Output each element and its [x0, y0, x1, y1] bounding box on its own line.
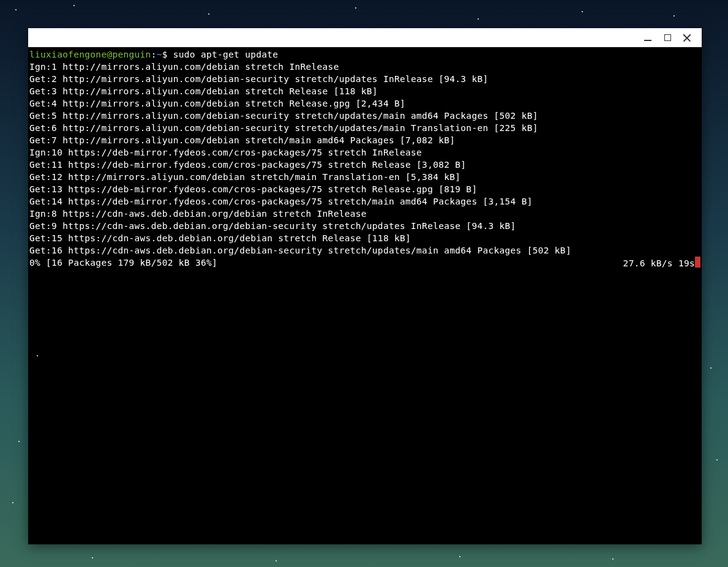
- output-line: Get:2 http://mirrors.aliyun.com/debian-s…: [28, 73, 702, 85]
- star-decoration: [612, 558, 614, 560]
- minimize-icon: [644, 34, 651, 42]
- star-decoration: [15, 9, 17, 10]
- terminal-window: liuxiaofengone@penguin:~$ sudo apt-get u…: [28, 28, 702, 544]
- close-icon: [683, 34, 691, 42]
- star-decoration: [459, 556, 460, 557]
- star-decoration: [582, 11, 583, 12]
- output-line: Get:4 http://mirrors.aliyun.com/debian s…: [28, 97, 702, 110]
- output-line: Get:7 http://mirrors.aliyun.com/debian s…: [28, 134, 702, 146]
- star-decoration: [18, 441, 20, 442]
- titlebar[interactable]: [28, 28, 702, 47]
- star-decoration: [276, 560, 277, 561]
- star-decoration: [674, 15, 675, 17]
- output-line: Get:15 https://cdn-aws.deb.debian.org/de…: [28, 232, 702, 244]
- prompt-separator: :: [151, 50, 157, 59]
- output-line: Get:16 https://cdn-aws.deb.debian.org/de…: [28, 244, 702, 257]
- star-decoration: [355, 7, 356, 9]
- terminal-body[interactable]: liuxiaofengone@penguin:~$ sudo apt-get u…: [28, 47, 702, 271]
- output-line: Ign:8 https://cdn-aws.deb.debian.org/deb…: [28, 208, 702, 220]
- star-decoration: [73, 5, 75, 6]
- progress-right: 27.6 kB/s 19s: [623, 257, 700, 269]
- prompt-line: liuxiaofengone@penguin:~$ sudo apt-get u…: [28, 48, 702, 61]
- progress-left: 0% [16 Packages 179 kB/502 kB 36%]: [29, 257, 217, 269]
- minimize-button[interactable]: [638, 28, 658, 47]
- close-button[interactable]: [677, 28, 697, 47]
- maximize-button[interactable]: [658, 28, 677, 47]
- progress-line: 0% [16 Packages 179 kB/502 kB 36%] 27.6 …: [28, 257, 702, 269]
- prompt-user: liuxiaofengone@penguin: [29, 50, 151, 59]
- prompt-dollar: $: [162, 50, 173, 59]
- output-line: Ign:1 http://mirrors.aliyun.com/debian s…: [28, 61, 702, 73]
- maximize-icon: [664, 34, 671, 41]
- output-line: Get:11 https://deb-mirror.fydeos.com/cro…: [28, 159, 702, 171]
- output-line: Get:3 http://mirrors.aliyun.com/debian s…: [28, 85, 702, 97]
- star-decoration: [12, 502, 13, 503]
- command-text: sudo apt-get update: [173, 50, 279, 59]
- output-line: Get:6 http://mirrors.aliyun.com/debian-s…: [28, 122, 702, 134]
- star-decoration: [716, 459, 718, 460]
- star-decoration: [710, 367, 711, 369]
- star-decoration: [37, 355, 38, 356]
- output-line: Get:9 https://cdn-aws.deb.debian.org/deb…: [28, 220, 702, 232]
- output-line: Get:5 http://mirrors.aliyun.com/debian-s…: [28, 110, 702, 122]
- output-line: Get:14 https://deb-mirror.fydeos.com/cro…: [28, 195, 702, 208]
- prompt-path: ~: [157, 50, 162, 59]
- star-decoration: [208, 13, 209, 15]
- output-line: Ign:10 https://deb-mirror.fydeos.com/cro…: [28, 146, 702, 159]
- output-line: Get:13 https://deb-mirror.fydeos.com/cro…: [28, 183, 702, 195]
- output-line: Get:12 http://mirrors.aliyun.com/debian …: [28, 171, 702, 183]
- star-decoration: [92, 557, 93, 558]
- star-decoration: [478, 18, 479, 20]
- cursor: [695, 257, 700, 268]
